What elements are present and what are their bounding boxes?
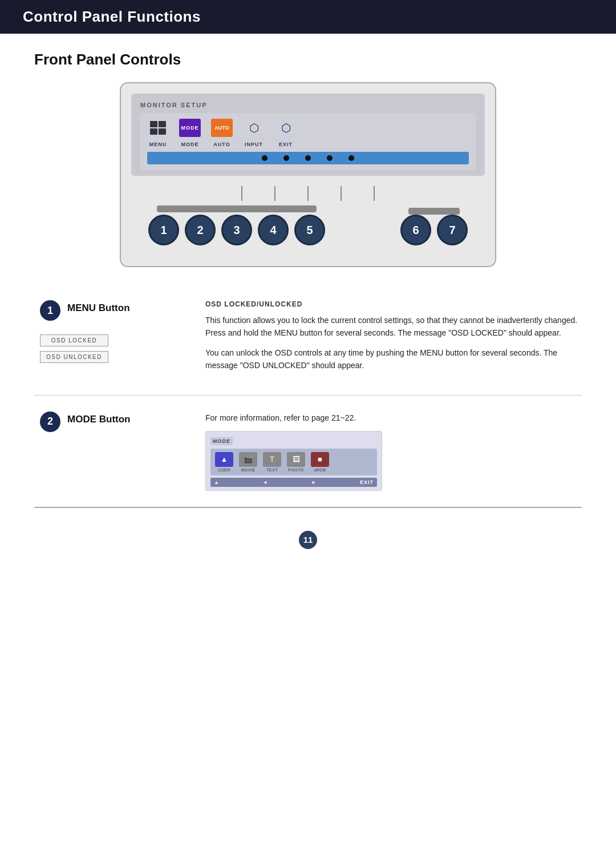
osd-unlocked-badge: OSD UNLOCKED [40,351,108,363]
osd-btn-menu: MENU [147,142,169,147]
button-bar-area: 1 2 3 4 5 6 7 [131,205,485,245]
osd-mode-icon: MODE [179,119,201,137]
func-name-2: MODE Button [67,414,130,425]
mode-text: T TEXT [263,452,281,472]
monitor-screen: MONITOR SETUP MODE AUTO ⬡ ⬡ [131,94,485,176]
button-7[interactable]: 7 [437,215,468,245]
mode-photo: 🖼 PHOTO [287,452,305,472]
func-left-2: 2 MODE Button [34,412,194,491]
mode-right-btn: ► [311,479,317,485]
mode-srgb-label: sRGB [314,468,326,472]
osd-auto-icon: AUTO [211,119,233,137]
button-5[interactable]: 5 [294,215,325,245]
osd-btn-mode: MODE [179,142,201,147]
button-3[interactable]: 3 [221,215,252,245]
func-desc-2a: For more information, refer to page 21~2… [205,412,582,424]
button-1[interactable]: 1 [148,215,179,245]
section-title: Front Panel Controls [34,51,582,68]
mode-left-btn: ◄ [262,479,268,485]
mode-icons-row: ▲ USER 🎬 MOVIE T TEXT 🖼 PHOTO [210,449,377,475]
function-row-1: 1 MENU Button OSD LOCKED OSD UNLOCKED OS… [34,284,582,396]
mode-panel-title: MODE [210,437,233,445]
mode-text-icon: T [263,452,281,467]
mode-photo-label: PHOTO [288,468,303,472]
button-circles-row: 1 2 3 4 5 [148,215,325,245]
button-2[interactable]: 2 [185,215,216,245]
button-circles-row-right: 6 7 [400,215,468,245]
mode-exit-btn: EXIT [360,479,374,485]
mode-movie: 🎬 MOVIE [239,452,257,472]
button-group-right: 6 7 [400,208,468,245]
mode-user: ▲ USER [215,452,233,472]
button-strip-left [157,205,317,212]
button-group-left: 1 2 3 4 5 [148,205,325,245]
func-number-2: 2 [40,412,60,432]
func-subtitle-1: OSD LOCKED/UNLOCKED [205,300,582,308]
osd-btn-exit: EXIT [275,142,297,147]
func-left-1: 1 MENU Button OSD LOCKED OSD UNLOCKED [34,300,194,379]
func-number-1: 1 [40,300,60,321]
osd-menu-icon [147,119,169,137]
button-4[interactable]: 4 [258,215,289,245]
osd-input-icon: ⬡ [243,119,265,137]
connector-lines [131,186,485,201]
osd-exit-icon: ⬡ [275,119,297,137]
func-name-1: MENU Button [67,302,130,314]
func-desc-1b: You can unlock the OSD controls at any t… [205,346,582,372]
osd-dot-1 [262,155,268,161]
func-right-1: OSD LOCKED/UNLOCKED This function allows… [194,300,582,379]
mode-bottom-row: ▲ ◄ ► EXIT [210,478,377,487]
mode-srgb: ■ sRGB [311,452,329,472]
mode-user-icon: ▲ [215,452,233,467]
page-number-area: 11 [34,508,582,560]
button-6[interactable]: 6 [400,215,431,245]
osd-icons-row: MODE AUTO ⬡ ⬡ [147,119,469,137]
mode-photo-icon: 🖼 [287,452,305,467]
osd-labels-row: MENU MODE AUTO INPUT EXIT [147,142,469,147]
osd-label: MONITOR SETUP [140,102,476,108]
func-right-2: For more information, refer to page 21~2… [194,412,582,491]
mode-user-label: USER [218,468,230,472]
header-title: Control Panel Functions [23,8,201,25]
osd-dot-3 [305,155,311,161]
monitor-diagram: MONITOR SETUP MODE AUTO ⬡ ⬡ [120,82,496,267]
osd-locked-badge: OSD LOCKED [40,334,108,346]
osd-dot-2 [283,155,289,161]
osd-btn-input: INPUT [243,142,265,147]
page-header: Control Panel Functions [0,0,616,34]
osd-dot-5 [348,155,354,161]
mode-panel: MODE ▲ USER 🎬 MOVIE T TEXT 🖼 [205,431,382,491]
mode-movie-icon: 🎬 [239,452,257,467]
mode-srgb-icon: ■ [311,452,329,467]
button-strip-right [408,208,460,215]
mode-up-btn: ▲ [214,479,219,485]
mode-text-label: TEXT [266,468,278,472]
function-row-2: 2 MODE Button For more information, refe… [34,396,582,508]
osd-dot-4 [327,155,333,161]
osd-menu-box: MODE AUTO ⬡ ⬡ MENU MODE AUTO INPUT EXIT [140,113,476,170]
mode-movie-label: MOVIE [241,468,255,472]
osd-btn-auto: AUTO [211,142,233,147]
page-number: 11 [299,531,317,549]
osd-dots-row [147,152,469,164]
func-desc-1a: This function allows you to lock the cur… [205,314,582,340]
